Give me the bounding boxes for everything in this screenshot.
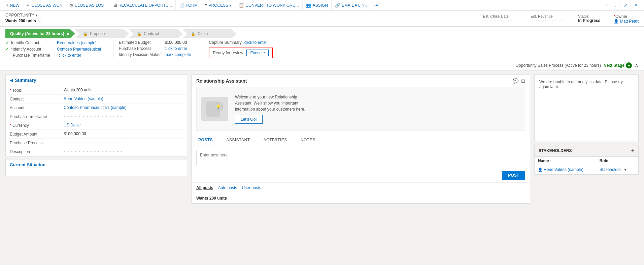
filter-user-posts[interactable]: User posts bbox=[242, 185, 261, 190]
stage-qualify[interactable]: Qualify (Active for 23 hours) ▶ bbox=[5, 29, 75, 38]
stage-close[interactable]: 🔒 Close bbox=[183, 29, 237, 38]
current-situation-value[interactable]: - - - - - - bbox=[10, 169, 183, 173]
budget-amount-value: $100,000.00 bbox=[64, 131, 183, 136]
identify-decision-maker-value[interactable]: mark complete bbox=[165, 52, 191, 57]
purchase-timeframe-value[interactable]: click to enter bbox=[59, 53, 81, 58]
ra-welcome-message: Welcome to your new Relationship Assista… bbox=[235, 94, 309, 112]
name-column-header: Name ↑ bbox=[535, 157, 596, 165]
assign-button[interactable]: 👥 ASSIGN bbox=[303, 0, 332, 11]
stakeholder-role-cell: Stakeholder ▼ bbox=[596, 165, 638, 174]
stakeholders-card: STAKEHOLDERS + Name ↑ Role bbox=[534, 145, 639, 175]
purchase-timeframe-form-row: Purchase Timeframe - - - - - - - - - - -… bbox=[6, 112, 187, 121]
purchase-process-row: Purchase Process click to enter bbox=[119, 46, 191, 51]
header-fields: Est. Close Date ··················· Est.… bbox=[483, 13, 639, 24]
identify-contact-value[interactable]: Rene Valdes (sample) bbox=[57, 40, 97, 45]
filter-auto-posts[interactable]: Auto posts bbox=[218, 185, 237, 190]
next-stage-icon: ● bbox=[626, 62, 632, 68]
stage-footer: Opportunity Sales Process (Active for 23… bbox=[0, 60, 644, 71]
relationship-assistant-card: Relationship Assistant 💬 ⊟ 💡 Welcome to … bbox=[191, 75, 530, 204]
description-value[interactable]: - - - - - - - - - - - - - - - - bbox=[64, 149, 183, 154]
ra-welcome-text-area: Welcome to your new Relationship Assista… bbox=[235, 94, 309, 124]
expand-button[interactable]: ⤢ bbox=[620, 0, 631, 11]
ra-welcome-area: 💡 Welcome to your new Relationship Assis… bbox=[196, 87, 525, 131]
lets-go-button[interactable]: Let's Go! bbox=[235, 115, 263, 124]
center-panel: Relationship Assistant 💬 ⊟ 💡 Welcome to … bbox=[191, 75, 530, 206]
new-icon: + bbox=[6, 3, 9, 8]
next-stage-button[interactable]: Next Stage ● bbox=[604, 62, 632, 68]
header-left: OPPORTUNITY ▾ Wants 200 units ≡ bbox=[5, 13, 41, 24]
form-button[interactable]: 📄 FORM bbox=[176, 0, 201, 11]
tab-assistant[interactable]: ASSISTANT bbox=[219, 134, 257, 146]
table-row: 👤 Rene Valdes (sample) Stakeholder ▼ bbox=[535, 165, 638, 174]
purchase-process-form-row: Purchase Process - - - - - - - - - - - -… bbox=[6, 139, 187, 147]
ra-chat-icon[interactable]: 💬 bbox=[513, 78, 518, 84]
stage-col-1: ✓ Identify Contact Rene Valdes (sample) … bbox=[5, 40, 108, 58]
right-panel: We are unable to get analytics data. Ple… bbox=[534, 75, 639, 206]
posts-filter: All posts Auto posts User posts bbox=[192, 182, 530, 193]
lock-icon-close: 🔒 bbox=[191, 32, 196, 36]
filter-all-posts[interactable]: All posts bbox=[196, 185, 213, 190]
stakeholder-role-link[interactable]: Stakeholder bbox=[600, 167, 621, 172]
stakeholders-add-button[interactable]: + bbox=[631, 148, 634, 154]
checkmark-icon: ✓ bbox=[27, 3, 30, 8]
ra-icon-group: 💬 ⊟ bbox=[513, 78, 525, 84]
identify-account-value[interactable]: Contoso Pharmaceutical bbox=[57, 47, 101, 52]
svg-text:💡: 💡 bbox=[216, 104, 221, 109]
process-button[interactable]: ≡ PROCESS ▾ bbox=[201, 0, 235, 11]
stage-col-3: Capture Summary click to enter Ready for… bbox=[209, 40, 279, 58]
purchase-process-form-value[interactable]: - - - - - - - - - - - - - - - - bbox=[64, 140, 183, 145]
close-as-won-button[interactable]: ✓ CLOSE AS WON bbox=[23, 0, 66, 11]
new-button[interactable]: + NEW bbox=[3, 0, 23, 11]
lock-icon-propose: 🔒 bbox=[83, 32, 88, 36]
convert-button[interactable]: 📋 CONVERT TO WORK ORD... bbox=[235, 0, 302, 11]
stage-col-sep-1 bbox=[113, 40, 113, 58]
collapse-stage-button[interactable]: ∧ bbox=[635, 62, 639, 68]
entity-label[interactable]: OPPORTUNITY ▾ bbox=[5, 13, 41, 18]
topic-row: * Topic Wants 200 units bbox=[6, 86, 187, 95]
nav-down-button[interactable]: ↓ bbox=[611, 0, 620, 11]
close-as-lost-button[interactable]: ◷ CLOSE AS LOST bbox=[66, 0, 110, 11]
stakeholders-table: Name ↑ Role 👤 Rene Valdes (sample) bbox=[535, 157, 638, 174]
ra-grid-icon[interactable]: ⊟ bbox=[521, 78, 525, 84]
post-input-area bbox=[192, 146, 530, 170]
owner-link[interactable]: Matt Peart bbox=[620, 19, 639, 24]
ra-tab-bar: POSTS ASSISTANT ACTIVITIES NOTES bbox=[192, 134, 530, 146]
post-button[interactable]: POST bbox=[502, 171, 525, 180]
current-situation-card: Current Situation - - - - - - bbox=[5, 159, 187, 176]
stage-detail: ✓ Identify Contact Rene Valdes (sample) … bbox=[0, 38, 644, 60]
execute-button[interactable]: Execute bbox=[246, 50, 268, 56]
grid-icon: ⊞ bbox=[113, 3, 117, 8]
assign-icon: 👥 bbox=[306, 3, 311, 8]
capture-summary-row: Capture Summary click to enter bbox=[209, 40, 272, 45]
stage-propose[interactable]: 🔒 Propose bbox=[75, 29, 129, 38]
more-button[interactable]: ••• bbox=[371, 0, 382, 11]
post-input[interactable] bbox=[196, 150, 525, 165]
purchase-process-value[interactable]: click to enter bbox=[165, 46, 187, 51]
purchase-timeframe-form-value[interactable]: - - - - - - - - - - - - - - - - bbox=[64, 114, 183, 119]
name-sort-icon[interactable]: ↑ bbox=[550, 159, 552, 163]
link-icon: 🔗 bbox=[335, 3, 340, 8]
stakeholder-role-dropdown[interactable]: ▼ bbox=[622, 167, 629, 172]
currency-value[interactable]: US Dollar bbox=[64, 123, 183, 127]
stakeholder-name-cell: 👤 Rene Valdes (sample) bbox=[535, 165, 596, 174]
close-button[interactable]: ✕ bbox=[631, 0, 641, 11]
stakeholder-name-link[interactable]: Rene Valdes (sample) bbox=[544, 167, 583, 172]
contact-value[interactable]: Rene Valdes (sample) bbox=[64, 96, 183, 101]
main-content: ◀ Summary * Topic Wants 200 units Contac… bbox=[0, 71, 644, 210]
tab-activities[interactable]: ACTIVITIES bbox=[257, 134, 294, 146]
tab-notes[interactable]: NOTES bbox=[294, 134, 322, 146]
ready-review-box: Ready for review Execute bbox=[209, 48, 272, 58]
account-value[interactable]: Contoso Pharmaceuticals (sample) bbox=[64, 105, 183, 110]
tab-posts[interactable]: POSTS bbox=[192, 134, 219, 146]
identify-account-row: ✓ *Identify Account Contoso Pharmaceutic… bbox=[5, 47, 101, 52]
title-menu-icon[interactable]: ≡ bbox=[38, 18, 41, 24]
stage-bar: Qualify (Active for 23 hours) ▶ 🔒 Propos… bbox=[0, 27, 644, 38]
estimated-budget-value: $100,000.00 bbox=[165, 40, 187, 45]
email-link-button[interactable]: 🔗 EMAIL A LINK bbox=[332, 0, 371, 11]
recalculate-button[interactable]: ⊞ RECALCULATE OPPORTU... bbox=[110, 0, 176, 11]
topic-value[interactable]: Wants 200 units bbox=[64, 88, 183, 92]
stage-contract[interactable]: 🔒 Contract bbox=[129, 29, 183, 38]
stakeholders-header: STAKEHOLDERS + bbox=[535, 145, 638, 157]
capture-summary-link[interactable]: click to enter bbox=[244, 40, 267, 45]
nav-up-button[interactable]: ↑ bbox=[602, 0, 611, 11]
